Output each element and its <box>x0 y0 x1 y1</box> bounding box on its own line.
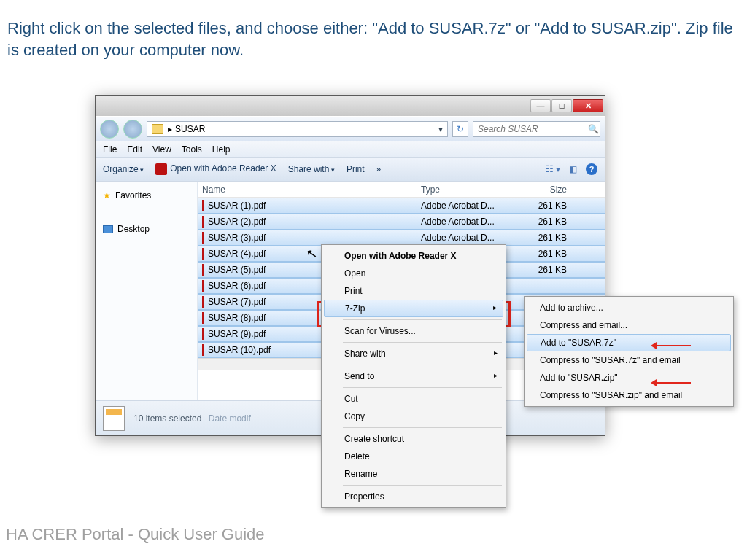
more-button[interactable]: » <box>376 164 382 174</box>
search-box[interactable]: 🔍 <box>473 121 600 137</box>
refresh-button[interactable]: ↻ <box>452 121 468 137</box>
sub-add-archive[interactable]: Add to archive... <box>527 299 731 316</box>
col-size[interactable]: Size <box>523 184 574 195</box>
arrow-7z <box>653 345 691 346</box>
ctx-shortcut[interactable]: Create shortcut <box>324 430 503 448</box>
pdf-file-icon <box>202 328 204 340</box>
table-row[interactable]: SUSAR (3).pdfAdobe Acrobat D...261 KB <box>198 230 605 246</box>
titlebar: — □ ✕ <box>96 96 605 116</box>
sidebar: ★Favorites Desktop <box>96 182 198 400</box>
menu-help[interactable]: Help <box>212 144 231 155</box>
desktop-icon <box>103 225 113 233</box>
ctx-scan[interactable]: Scan for Viruses... <box>324 322 503 340</box>
status-date-label: Date modif <box>209 413 251 424</box>
ctx-properties[interactable]: Properties <box>324 488 503 505</box>
pdf-icon <box>155 163 167 175</box>
close-button[interactable]: ✕ <box>573 99 603 112</box>
search-input[interactable] <box>478 124 588 134</box>
7zip-submenu: Add to archive... Compress and email... … <box>524 296 734 407</box>
ctx-rename[interactable]: Rename <box>324 465 503 483</box>
organize-button[interactable]: Organize <box>103 164 144 174</box>
menu-edit[interactable]: Edit <box>127 144 142 155</box>
menu-tools[interactable]: Tools <box>182 144 202 155</box>
pdf-file-icon <box>202 216 204 228</box>
print-button[interactable]: Print <box>347 164 365 174</box>
nav-bar: ▸ SUSAR ▾ ↻ 🔍 <box>96 116 605 141</box>
ctx-cut[interactable]: Cut <box>324 390 503 408</box>
breadcrumb[interactable]: ▸ SUSAR ▾ <box>147 121 448 137</box>
selection-thumbnail <box>103 406 125 431</box>
sidebar-favorites[interactable]: ★Favorites <box>96 187 197 203</box>
sub-add-7z[interactable]: Add to "SUSAR.7z" <box>527 334 731 351</box>
pdf-file-icon <box>202 264 204 276</box>
pdf-file-icon <box>202 200 204 211</box>
sub-compress-7z[interactable]: Compress to "SUSAR.7z" and email <box>527 351 731 369</box>
sub-compress-email[interactable]: Compress and email... <box>527 316 731 334</box>
pdf-file-icon <box>202 312 204 324</box>
search-icon: 🔍 <box>588 124 599 134</box>
star-icon: ★ <box>103 190 111 201</box>
arrow-zip <box>653 382 691 384</box>
sub-add-zip[interactable]: Add to "SUSAR.zip" <box>527 369 731 386</box>
pdf-file-icon <box>202 344 204 356</box>
menu-view[interactable]: View <box>152 144 171 155</box>
breadcrumb-dropdown-icon[interactable]: ▾ <box>438 124 443 134</box>
context-menu: Open with Adobe Reader X Open Print 7-Zi… <box>321 244 506 508</box>
ctx-open-reader[interactable]: Open with Adobe Reader X <box>324 247 503 265</box>
ctx-copy[interactable]: Copy <box>324 408 503 425</box>
open-with-button[interactable]: Open with Adobe Reader X <box>155 163 276 175</box>
ctx-open[interactable]: Open <box>324 265 503 282</box>
breadcrumb-text: SUSAR <box>175 124 205 134</box>
forward-button[interactable] <box>123 120 142 139</box>
share-with-button[interactable]: Share with <box>288 164 335 174</box>
col-name[interactable]: Name <box>202 184 421 195</box>
ctx-7zip[interactable]: 7-Zip <box>324 300 503 317</box>
folder-icon <box>152 124 163 134</box>
table-row[interactable]: SUSAR (2).pdfAdobe Acrobat D...261 KB <box>198 214 605 230</box>
pdf-file-icon <box>202 232 204 244</box>
view-options-icon[interactable]: ☷ ▾ <box>546 164 560 174</box>
maximize-button[interactable]: □ <box>551 99 572 112</box>
sidebar-desktop[interactable]: Desktop <box>96 221 197 237</box>
ctx-delete[interactable]: Delete <box>324 448 503 465</box>
instruction-text: Right click on the selected files, and c… <box>0 0 747 61</box>
pdf-file-icon <box>202 280 204 292</box>
sub-compress-zip[interactable]: Compress to "SUSAR.zip" and email <box>527 386 731 404</box>
table-row[interactable]: SUSAR (1).pdfAdobe Acrobat D...261 KB <box>198 198 605 214</box>
toolbar: Organize Open with Adobe Reader X Share … <box>96 157 605 182</box>
menu-file[interactable]: File <box>103 144 117 155</box>
column-headers: Name Type Size <box>198 182 605 198</box>
status-count: 10 items selected <box>133 413 201 424</box>
ctx-share[interactable]: Share with <box>324 345 503 362</box>
footer-text: HA CRER Portal - Quick User Guide <box>6 525 265 544</box>
help-icon[interactable]: ? <box>586 163 597 175</box>
ctx-sendto[interactable]: Send to <box>324 368 503 385</box>
pdf-file-icon <box>202 248 204 260</box>
minimize-button[interactable]: — <box>530 99 551 112</box>
ctx-print[interactable]: Print <box>324 282 503 300</box>
pdf-file-icon <box>202 296 204 308</box>
menu-bar: File Edit View Tools Help <box>96 141 605 157</box>
preview-pane-icon[interactable]: ◧ <box>569 164 577 174</box>
col-type[interactable]: Type <box>421 184 523 195</box>
back-button[interactable] <box>100 120 119 139</box>
